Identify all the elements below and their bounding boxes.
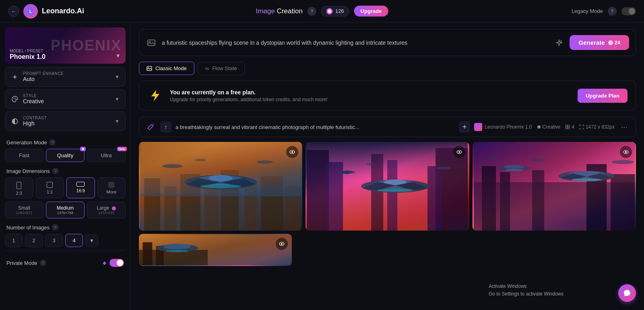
gen-row-add-button[interactable]: + (459, 121, 470, 133)
token-count: 126 (335, 8, 344, 14)
generate-button[interactable]: Generate 24 (570, 35, 629, 50)
svg-point-37 (291, 151, 293, 153)
sidebar: PHOENIX Model / Preset Phoenix 1.0 ▼ Pro… (0, 23, 131, 310)
upgrade-plan-button[interactable]: Upgrade Plan (578, 89, 627, 103)
num-images-header: Number of Images ? (0, 218, 130, 234)
dim-more-button[interactable]: More (97, 177, 126, 198)
num-2-button[interactable]: 2 (25, 234, 43, 247)
size-large-px: 1472×832 (89, 211, 124, 215)
main-layout: PHOENIX Model / Preset Phoenix 1.0 ▼ Pro… (0, 23, 644, 310)
private-mode-help-icon[interactable]: ? (40, 260, 46, 266)
prompt-enhance-info: Prompt Enhance Auto (23, 71, 64, 82)
svg-point-85 (281, 243, 283, 245)
svg-point-54 (365, 163, 377, 165)
legacy-mode-toggle[interactable] (621, 7, 636, 15)
image-card-3[interactable] (473, 142, 636, 231)
upgrade-button[interactable]: Upgrade (354, 6, 388, 17)
image-3-eye-icon[interactable] (620, 146, 632, 158)
legacy-mode-label: Legacy Mode (572, 8, 603, 14)
activate-windows-line1: Activate Windows (489, 283, 564, 290)
gen-row-size: 1472 x 832px (579, 124, 615, 130)
prompt-image-icon[interactable] (146, 37, 157, 48)
dim-1-1-label: 1:1 (47, 189, 53, 194)
size-small-label: Small (18, 205, 30, 211)
generate-token-cost: 24 (608, 40, 620, 46)
mode-fast-button[interactable]: Fast (5, 149, 43, 162)
svg-rect-15 (566, 127, 568, 129)
size-medium-button[interactable]: Medium 1376×768 (46, 202, 85, 218)
gen-row-model: Leonardo Phoenix 1.0 (474, 123, 532, 131)
image-dimensions-help-icon[interactable]: ? (52, 168, 59, 174)
dim-16-9-button[interactable]: 16:9 (66, 177, 95, 198)
mode-ultra-button[interactable]: Ultra New (87, 149, 126, 162)
logo-avatar: L (23, 4, 38, 19)
dimension-ratio-buttons: 2:3 1:1 16:9 More (0, 177, 130, 198)
token-badge: 126 (321, 6, 349, 17)
prompt-input[interactable] (162, 40, 549, 46)
prompt-enhance-control[interactable]: Prompt Enhance Auto ▼ (5, 67, 126, 87)
style-label: Style (23, 94, 44, 98)
svg-point-56 (458, 151, 460, 153)
generation-mode-help-icon[interactable]: ? (49, 139, 56, 146)
private-mode-controls: ◆ (103, 259, 124, 267)
num-1-button[interactable]: 1 (5, 234, 23, 247)
image-card-1[interactable] (139, 142, 302, 231)
style-control[interactable]: Style Creative ▼ (5, 89, 126, 109)
generation-mode-label: Generation Mode (6, 139, 47, 146)
nav-center: Image Creation ? 126 Upgrade (256, 6, 388, 17)
image-card-4[interactable] (139, 234, 292, 266)
mode-quality-button[interactable]: Quality ◆ (46, 149, 85, 162)
gen-row-prompt-text: a breathtakingly surreal and vibrant cin… (175, 124, 455, 130)
sparkle-icon (11, 73, 19, 81)
contrast-control[interactable]: Contrast High ▼ (5, 111, 126, 131)
svg-point-74 (488, 157, 500, 159)
brand-name: Leonardo.Ai (42, 7, 84, 15)
dim-more-icon (108, 182, 114, 188)
dim-1-1-button[interactable]: 1:1 (36, 177, 64, 198)
size-large-label: Large (97, 205, 109, 211)
svg-text:L: L (29, 9, 32, 14)
gen-row-more-button[interactable]: ⋯ (619, 121, 630, 133)
diamond-icon: ◆ (103, 260, 106, 266)
classic-mode-tab[interactable]: Classic Mode (139, 62, 194, 75)
size-small-button[interactable]: Small 1184×672 (5, 202, 43, 218)
dim-1-1-icon (47, 182, 53, 188)
private-mode-toggle[interactable] (109, 259, 124, 267)
chat-bubble-button[interactable] (618, 284, 636, 302)
activate-windows-text: Activate Windows Go to Settings to activ… (489, 283, 564, 298)
image-4-eye-icon[interactable] (276, 238, 288, 250)
dim-16-9-label: 16:9 (76, 188, 85, 193)
svg-point-5 (16, 98, 17, 99)
num-chevron-icon[interactable]: ▼ (85, 234, 98, 247)
back-button[interactable]: ← (8, 6, 19, 17)
svg-point-3 (14, 98, 14, 99)
image-2-eye-icon[interactable] (453, 146, 465, 158)
svg-rect-62 (611, 174, 635, 231)
dim-2-3-icon (17, 182, 21, 189)
nav-right: Legacy Mode ? (572, 7, 636, 16)
num-4-button[interactable]: 4 (65, 234, 83, 247)
model-preset-card[interactable]: PHOENIX Model / Preset Phoenix 1.0 ▼ (5, 27, 126, 64)
flow-state-tab-label: Flow State (212, 65, 237, 71)
gen-row-up-button[interactable]: ↑ (160, 121, 171, 133)
num-3-button[interactable]: 3 (45, 234, 63, 247)
svg-point-83 (166, 250, 189, 252)
banner-text: You are currently on a free plan. Upgrad… (170, 89, 571, 102)
upgrade-banner: You are currently on a free plan. Upgrad… (139, 81, 636, 110)
size-large-button[interactable]: Large 1472×832 (87, 202, 126, 218)
page-title-help-icon[interactable]: ? (308, 7, 316, 16)
dim-2-3-button[interactable]: 2:3 (5, 177, 33, 198)
mode-quality-label: Quality (57, 152, 73, 158)
legacy-help-icon[interactable]: ? (608, 7, 617, 16)
num-images-help-icon[interactable]: ? (52, 224, 58, 231)
svg-point-72 (611, 160, 634, 164)
style-left: Style Creative (11, 94, 44, 104)
token-icon (326, 8, 333, 15)
banner-subtitle: Upgrade for priority generations, additi… (170, 97, 571, 102)
enhance-sparkle-icon[interactable] (553, 37, 565, 48)
model-preset-bg-text: PHOENIX (51, 37, 122, 54)
image-card-2[interactable] (305, 142, 469, 231)
page-title-image: Image (256, 7, 275, 15)
svg-point-32 (200, 184, 241, 188)
flow-state-tab[interactable]: ∞ Flow State (198, 62, 245, 75)
